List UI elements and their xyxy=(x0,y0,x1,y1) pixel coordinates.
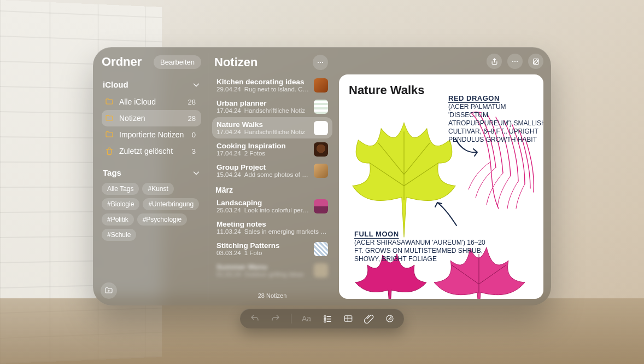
section-label: Tags xyxy=(103,168,121,177)
section-tags[interactable]: Tags xyxy=(102,165,201,181)
share-button[interactable] xyxy=(487,54,502,69)
notes-group-heading: März xyxy=(212,181,332,195)
tag-pill[interactable]: #Biologie xyxy=(102,198,139,210)
note-item[interactable]: Group Project15.04.24Add some photos of … xyxy=(212,160,332,181)
folder-item[interactable]: Zuletzt gelöscht3 xyxy=(102,143,201,159)
folder-list: Alle iCloud28Notizen28Importierte Notize… xyxy=(102,94,201,159)
app-window: Ordner Bearbeiten iCloud Alle iCloud28No… xyxy=(93,47,551,305)
tags-wrap: Alle Tags#Kunst#Biologie#Unterbringung#P… xyxy=(102,183,201,241)
compose-button[interactable] xyxy=(528,54,543,69)
note-subtitle: 15.04.24Add some photos of thei… xyxy=(216,171,309,178)
note-subtitle: 17.04.24Handschriftliche Notiz xyxy=(216,107,309,114)
tag-pill[interactable]: #Kunst xyxy=(142,183,173,195)
checklist-icon xyxy=(323,314,332,323)
share-icon xyxy=(490,57,499,66)
tag-pill[interactable]: #Schule xyxy=(102,229,136,241)
document[interactable]: Nature Walks xyxy=(339,74,543,299)
note-text: Meeting notes11.03.24Sales in emerging m… xyxy=(216,220,328,235)
notes-more-button[interactable] xyxy=(313,55,328,70)
svg-point-0 xyxy=(318,62,319,63)
folder-plus-icon xyxy=(104,286,113,295)
note-subtitle: 17.04.242 Fotos xyxy=(216,150,309,157)
note-thumbnail xyxy=(314,121,328,135)
note-text: Kitchen decorating ideas29.04.24Rug next… xyxy=(216,78,309,93)
chevron-down-icon xyxy=(192,169,200,177)
note-thumbnail xyxy=(314,263,328,278)
note-item[interactable]: Cooking Inspiration17.04.242 Fotos xyxy=(212,138,332,160)
checklist-button[interactable] xyxy=(322,313,333,324)
tag-pill[interactable]: #Unterbringung xyxy=(143,198,199,210)
folder-count: 3 xyxy=(192,147,196,155)
room-floor xyxy=(0,298,644,364)
folder-icon xyxy=(105,130,114,139)
note-text: Summer Menu01.03.24Outdoor grilling idea… xyxy=(216,263,309,278)
note-title: Cooking Inspiration xyxy=(216,142,309,150)
svg-rect-10 xyxy=(344,316,352,322)
new-folder-button[interactable] xyxy=(101,282,117,299)
tag-pill[interactable]: #Politik xyxy=(102,213,134,226)
svg-point-3 xyxy=(512,61,513,62)
arrow-icon xyxy=(453,136,480,158)
arrow-icon xyxy=(432,198,459,228)
note-thumbnail xyxy=(314,142,328,157)
section-label: iCloud xyxy=(103,80,128,89)
attachment-button[interactable] xyxy=(364,313,374,324)
table-button[interactable] xyxy=(343,313,354,324)
undo-icon xyxy=(250,314,260,323)
markup-button[interactable] xyxy=(384,313,395,324)
note-item[interactable]: Kitchen decorating ideas29.04.24Rug next… xyxy=(212,74,332,96)
note-item[interactable]: Urban planner17.04.24Handschriftliche No… xyxy=(212,96,332,117)
note-subtitle: 17.04.24Handschriftliche Notiz xyxy=(216,129,309,135)
svg-point-5 xyxy=(517,61,518,62)
notes-column: Notizen Kitchen decorating ideas29.04.24… xyxy=(208,47,335,305)
svg-point-1 xyxy=(320,62,321,63)
note-item[interactable]: Stitching Patterns03.03.241 Foto xyxy=(212,238,332,259)
note-title: Summer Menu xyxy=(216,263,309,271)
note-item[interactable]: Nature Walks17.04.24Handschriftliche Not… xyxy=(212,117,332,138)
tag-pill[interactable]: #Psychologie xyxy=(137,213,187,226)
redo-icon xyxy=(271,314,280,323)
note-text: Urban planner17.04.24Handschriftliche No… xyxy=(216,99,309,114)
note-thumbnail xyxy=(314,78,328,93)
annotation-heading: RED DRAGON xyxy=(448,94,543,103)
note-subtitle: 01.03.24Outdoor grilling ideas xyxy=(216,271,309,278)
edit-button[interactable]: Bearbeiten xyxy=(154,55,201,69)
note-item[interactable]: Summer Menu01.03.24Outdoor grilling idea… xyxy=(212,259,332,281)
note-thumbnail xyxy=(314,199,328,213)
trash-icon xyxy=(105,147,114,155)
folder-item[interactable]: Alle iCloud28 xyxy=(102,94,201,110)
format-toolbar: Aa xyxy=(240,309,404,328)
text-format-button: Aa xyxy=(301,313,312,324)
svg-point-4 xyxy=(514,61,516,62)
note-item[interactable]: Meeting notes11.03.24Sales in emerging m… xyxy=(212,217,332,238)
note-subtitle: 11.03.24Sales in emerging markets are tr… xyxy=(216,228,328,235)
folder-icon xyxy=(105,114,114,123)
undo-button xyxy=(249,313,260,324)
folder-item[interactable]: Notizen28 xyxy=(102,110,201,126)
svg-point-7 xyxy=(324,316,325,317)
svg-point-2 xyxy=(322,62,323,63)
annotation-body: (ACER SHIRASAWANUM 'AUREUM') 16–20 FT. G… xyxy=(354,239,491,263)
note-item[interactable]: Landscaping25.03.24Look into colorful pe… xyxy=(212,195,332,217)
tag-pill[interactable]: Alle Tags xyxy=(102,183,139,195)
content-more-button[interactable] xyxy=(507,54,523,69)
note-subtitle: 25.03.24Look into colorful peren… xyxy=(216,207,309,213)
note-thumbnail xyxy=(314,164,328,178)
annotation-full-moon: FULL MOON (ACER SHIRASAWANUM 'AUREUM') 1… xyxy=(354,230,491,263)
note-subtitle: 03.03.241 Foto xyxy=(216,250,309,256)
note-text: Nature Walks17.04.24Handschriftliche Not… xyxy=(216,120,309,135)
note-text: Landscaping25.03.24Look into colorful pe… xyxy=(216,199,309,213)
note-text: Group Project15.04.24Add some photos of … xyxy=(216,163,309,178)
note-thumbnail xyxy=(314,100,328,114)
folder-count: 0 xyxy=(192,131,196,139)
sidebar-title: Ordner xyxy=(102,55,142,69)
svg-point-8 xyxy=(324,318,325,320)
folder-label: Importierte Notizen xyxy=(119,130,186,139)
note-subtitle: 29.04.24Rug next to island. Cont… xyxy=(216,86,309,93)
folder-item[interactable]: Importierte Notizen0 xyxy=(102,126,201,143)
redo-button xyxy=(270,313,281,324)
section-icloud[interactable]: iCloud xyxy=(102,77,201,93)
content-pane: Nature Walks xyxy=(335,47,551,305)
compose-icon xyxy=(532,57,540,66)
annotation-heading: FULL MOON xyxy=(354,230,491,239)
